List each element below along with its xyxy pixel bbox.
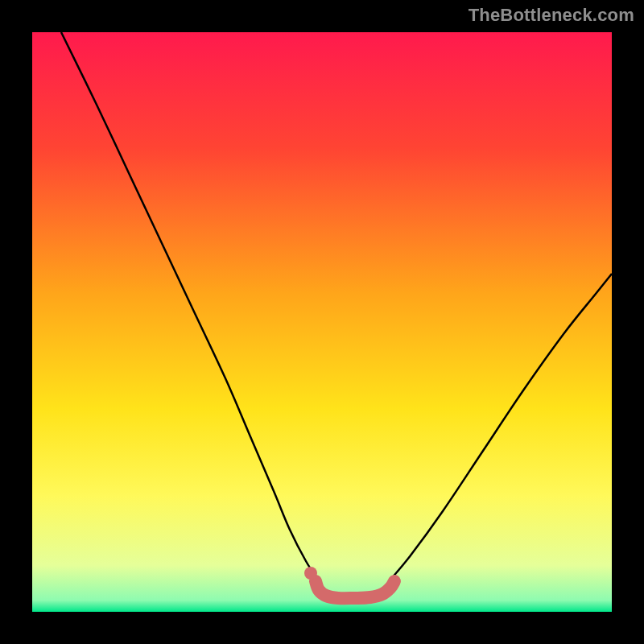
- plot-area: [32, 32, 612, 612]
- chart-svg: [32, 32, 612, 612]
- gradient-background: [32, 32, 612, 612]
- chart-frame: TheBottleneck.com: [0, 0, 644, 644]
- attribution-text: TheBottleneck.com: [469, 5, 634, 26]
- left-dot: [304, 567, 317, 580]
